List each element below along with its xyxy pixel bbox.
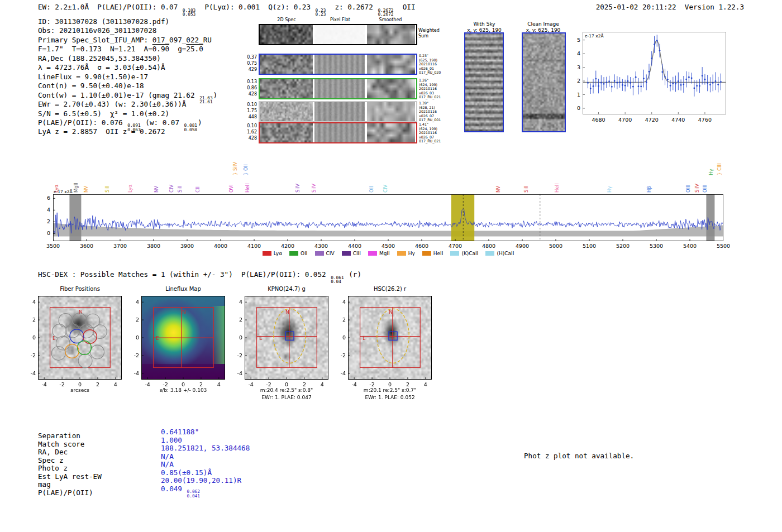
- y-tick-label: -4: [25, 370, 36, 376]
- emission-line-label: MgII: [73, 183, 79, 193]
- y-tick-label: 0: [231, 334, 242, 341]
- legend-swatch: [342, 251, 351, 256]
- data-point: [712, 82, 714, 84]
- text-segment: Primary Spec_Slot_IFU_AMP: 017_097_022_R…: [38, 36, 212, 44]
- north-compass-label: N: [79, 309, 83, 315]
- data-point: [715, 80, 717, 82]
- y-tick-label: -4: [128, 370, 139, 376]
- weighted-sum-label-1: Weighted: [418, 28, 440, 33]
- spec2d-stat-value: 0.37: [240, 54, 257, 60]
- north-compass-label: N: [285, 309, 289, 315]
- noise-envelope: [53, 223, 723, 236]
- legend-swatch: [450, 251, 459, 256]
- x-tick-label: 5300: [645, 243, 667, 249]
- y-tick-label: -2: [335, 352, 346, 358]
- legend-swatch: [289, 251, 298, 256]
- data-point: [598, 85, 599, 87]
- spec2d-annotation-line: 0.23": [419, 54, 441, 58]
- cutout-title-hsc-r: HSC(26.2) r: [340, 286, 440, 292]
- x-tick-label: -2: [159, 381, 172, 387]
- y-tick-label: 2: [25, 317, 36, 323]
- info-line: S/N = 6.5(±0.5) χ² = 1.0(±0.2): [38, 109, 169, 118]
- y-tick-label: 4: [231, 299, 242, 305]
- ifu-outline-box: [360, 308, 421, 368]
- spec2d-annotation-line: v026_07: [419, 114, 441, 118]
- text-segment: LyA z = 2.8857 OII z = 0.2672: [38, 127, 165, 136]
- spec2d-row-stats: 0.101.62428: [240, 123, 257, 141]
- info-line: Cont(n) = 9.50(±0.40)e-18: [38, 82, 144, 90]
- fiber-circle: [78, 354, 92, 368]
- detection-highlight-band: [451, 194, 474, 241]
- data-point: [672, 83, 674, 84]
- data-point: [702, 75, 703, 76]
- legend-item: (H)CaII: [485, 251, 514, 256]
- text-segment: 188.251821, 53.384468: [161, 444, 250, 452]
- data-point: [587, 82, 589, 84]
- spec2d-annotation-line: 20210116: [419, 62, 441, 66]
- x-tick-label: -4: [244, 381, 258, 387]
- y-tick-label: -4: [335, 370, 346, 376]
- emission-line-label: } SiIV: [232, 162, 238, 175]
- x-tick-label: 5000: [545, 243, 567, 249]
- data-point: [608, 80, 610, 82]
- legend-item: CIII: [342, 251, 361, 256]
- text-segment: (r): [345, 270, 361, 279]
- data-point: [622, 84, 623, 86]
- spec2d-annotation-line: 20210116: [419, 109, 441, 114]
- spec2d-annotation-line: v026_07: [419, 135, 441, 140]
- spec2d-annotation-line: 1.39": [419, 101, 441, 106]
- y-tick-label: -2: [128, 352, 139, 358]
- spec2d-stat-value: 0.86: [240, 85, 257, 91]
- stacked-uncertainty: 0.0810.058: [184, 123, 197, 132]
- spec2d-row: [259, 54, 417, 75]
- emission-line-label: NV: [154, 186, 159, 193]
- spec2d-annotation-line: 20210116: [419, 131, 441, 135]
- spec2d-image: [260, 102, 313, 121]
- x-tick-label: 4100: [243, 243, 265, 249]
- data-point: [709, 84, 711, 85]
- spectrum-legend: LyαOIICIVCIIIMgIIHγHeII(K)CaII(H)CaII: [53, 251, 723, 256]
- stacked-uncertainty: 21.6321.61: [199, 96, 212, 104]
- text-segment: 20.00(19.90,20.11)R: [161, 476, 241, 485]
- y-tick-label: 0: [128, 334, 139, 341]
- emission-line-label: NV: [83, 186, 89, 193]
- catalog-position-box: [285, 332, 294, 340]
- legend-item: Lyα: [263, 251, 282, 256]
- x-tick-label: -2: [365, 381, 379, 387]
- cutout-sub-label: m:20.4 re:2.5" s:0.8": [236, 387, 337, 393]
- x-tick-label: 5100: [578, 243, 600, 249]
- legend-label: MgII: [379, 251, 390, 256]
- spec2d-annotation-line: (624, 199): [419, 127, 441, 131]
- catalog-position-box: [389, 332, 397, 340]
- legend-swatch: [422, 251, 431, 256]
- text-segment: Cont(n) = 9.50(±0.40)e-18: [38, 82, 144, 90]
- data-point: [704, 79, 706, 80]
- spec2d-stat-value: 448: [240, 114, 257, 120]
- x-tick-label: -2: [262, 381, 275, 387]
- y-tick-label: 6: [41, 195, 50, 201]
- spec2d-annotation-line: 017_RU_021: [419, 95, 441, 99]
- data-point: [683, 84, 684, 85]
- cutout-lineflux-map-overlay: NE: [141, 296, 225, 380]
- spec2d-row-stats: 0.101.75448: [240, 102, 257, 120]
- spec2d-stat-value: 0.13: [240, 79, 257, 85]
- x-tick-label: 4900: [511, 243, 533, 249]
- fiber-circle: [53, 324, 66, 338]
- text-segment: OII: [394, 3, 416, 11]
- text-segment: LineFlux = 9.90(±1.50)e-17: [38, 73, 148, 81]
- emission-line-label: } OII: [243, 164, 249, 175]
- x-tick-label: 3500: [42, 243, 64, 249]
- legend-swatch: [263, 251, 271, 256]
- emission-line-fit-plot: [583, 32, 726, 114]
- y-tick-label: 2: [128, 317, 139, 323]
- legend-item: OII: [289, 251, 307, 256]
- data-point: [614, 80, 616, 82]
- pixelflat-image: [314, 55, 365, 74]
- pixelflat-image: [314, 123, 365, 142]
- match-row-value: 188.251821, 53.384468: [161, 444, 250, 453]
- legend-label: OII: [301, 251, 307, 256]
- spec2d-annotation-line: v026_03: [419, 91, 441, 95]
- text-segment: λ = 4723.76Å σ = 3.03(±0.54)Å: [38, 63, 165, 71]
- text-segment: 0.049: [161, 485, 187, 493]
- emission-line-label: OII: [369, 186, 374, 193]
